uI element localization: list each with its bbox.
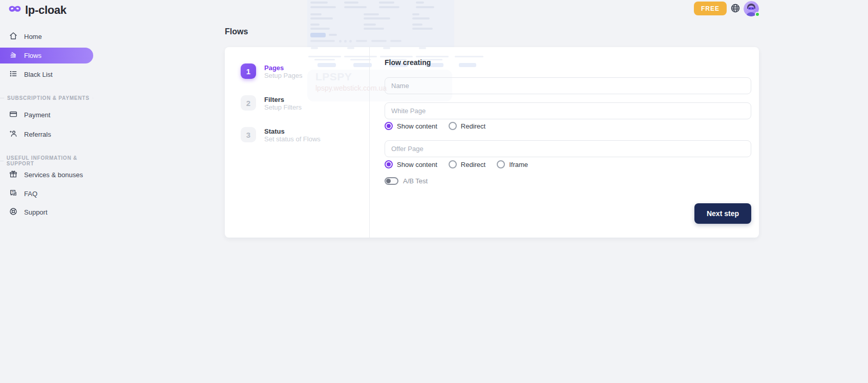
sidebar-item-label: Referrals [24,131,51,138]
app: lp-cloak Home Flows Black List SUBSCRIPT… [0,0,868,383]
sidebar-item-faq[interactable]: ?! FAQ [0,185,93,202]
sidebar-item-label: Home [24,33,42,40]
faq-icon: ?! [9,189,17,199]
svg-text:?!: ?! [11,190,14,194]
page-title: Flows [225,27,248,36]
name-input[interactable] [385,77,751,94]
step-title: Status [264,127,321,135]
referrals-icon [9,130,17,139]
sidebar-item-label: FAQ [24,190,37,198]
step-number: 1 [241,63,256,79]
black-list-icon [9,70,17,79]
white-redirect-radio[interactable]: Redirect [449,122,485,130]
radio-icon [497,160,505,168]
step-title: Filters [264,95,302,103]
step-subtitle: Setup Pages [264,72,302,80]
flow-creating-form: Flow creating Show content Redirect Show… [369,47,759,238]
offer-show-content-radio[interactable]: Show content [385,160,437,168]
sidebar-item-services-bonuses[interactable]: Services & bonuses [0,166,93,183]
radio-icon [449,160,457,168]
offer-redirect-radio[interactable]: Redirect [449,160,485,168]
support-icon [9,207,17,217]
sidebar-item-payment[interactable]: Payment [0,107,93,123]
sidebar-item-black-list[interactable]: Black List [0,66,93,82]
radio-selected-icon [385,160,393,168]
flow-creating-card: LPSPY lpspy.webstick.com.ua 1 Pages Setu… [225,47,759,238]
ab-test-toggle[interactable]: A/B Test [385,177,428,185]
step-title: Pages [264,63,302,72]
ghost-background-page [307,0,454,47]
step-number: 2 [241,95,256,111]
offer-page-mode-options: Show content Redirect Iframe [385,160,528,168]
plan-badge[interactable]: FREE [694,2,727,15]
mask-logo-icon [8,4,22,16]
form-title: Flow creating [385,58,431,67]
sidebar: lp-cloak Home Flows Black List SUBSCRIPT… [0,0,102,383]
sidebar-section-support: USEFUL INFORMATION & SUPPORT [0,155,93,166]
step-status[interactable]: 3 Status Set status of Flows [241,127,321,143]
brand-name: lp-cloak [25,4,67,17]
sidebar-item-label: Services & bonuses [24,171,83,179]
sidebar-item-support[interactable]: Support [0,204,93,220]
next-step-button[interactable]: Next step [694,203,751,224]
sidebar-item-label: Payment [24,111,50,119]
sidebar-item-home[interactable]: Home [0,28,93,45]
toggle-icon [385,177,398,185]
stepper: 1 Pages Setup Pages 2 Filters Setup Filt… [225,47,369,238]
sidebar-item-flows[interactable]: Flows [0,48,93,63]
credit-card-icon [9,110,17,120]
radio-icon [449,122,457,130]
sidebar-item-label: Black List [24,71,53,78]
step-pages[interactable]: 1 Pages Setup Pages [241,63,302,80]
step-subtitle: Set status of Flows [264,135,321,143]
home-icon [9,32,17,41]
white-page-mode-options: Show content Redirect [385,122,485,130]
step-number: 3 [241,127,256,142]
step-filters[interactable]: 2 Filters Setup Filters [241,95,302,112]
offer-iframe-radio[interactable]: Iframe [497,160,528,168]
sidebar-item-label: Flows [24,52,41,59]
avatar[interactable] [744,1,759,16]
sidebar-item-label: Support [24,208,48,216]
white-show-content-radio[interactable]: Show content [385,122,437,130]
sidebar-section-subscription: SUBSCRIPTION & PAYMENTS [0,95,93,101]
step-subtitle: Setup Filters [264,103,302,112]
gift-icon [9,170,17,180]
flows-icon [9,51,17,60]
brand[interactable]: lp-cloak [8,4,67,17]
globe-icon[interactable] [730,3,740,13]
white-page-input[interactable] [385,102,751,119]
offer-page-input[interactable] [385,140,751,157]
sidebar-item-referrals[interactable]: Referrals [0,126,93,142]
radio-selected-icon [385,122,393,130]
online-status-dot [755,12,760,17]
